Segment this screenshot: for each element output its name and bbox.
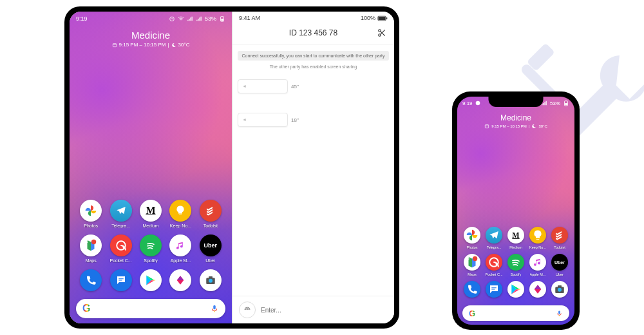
svg-rect-16 xyxy=(386,17,387,19)
widget-temp: 30°C xyxy=(538,124,547,128)
dock-app-camera[interactable] xyxy=(549,281,571,298)
app-photos[interactable]: Photos xyxy=(76,200,106,228)
dock-app-unknown[interactable] xyxy=(166,269,195,291)
app-pocketcasts[interactable]: Pocket C... xyxy=(106,235,135,263)
battery-icon xyxy=(219,15,225,22)
dock-app-play[interactable] xyxy=(136,269,166,291)
dock-app-phone[interactable] xyxy=(76,269,106,291)
phone-homescreen[interactable]: 9:19 53% Medicine 9:15 PM – 10:15 PM | 3… xyxy=(457,97,574,325)
voice-record-button[interactable] xyxy=(239,302,256,318)
tablet-left-homescreen[interactable]: 9:19 53% Medicine 9:15 PM – 10:15 PM xyxy=(70,12,232,323)
dock-app-unknown[interactable] xyxy=(527,281,549,298)
phone-device: 9:19 53% Medicine 9:15 PM – 10:15 PM | 3… xyxy=(452,91,580,330)
voice-message[interactable]: 18'' xyxy=(238,113,389,127)
app-label: Medium xyxy=(509,245,522,249)
voice-bubble[interactable] xyxy=(238,79,288,93)
dock-app-phone[interactable] xyxy=(461,281,483,298)
chat-note: The other party has enabled screen shari… xyxy=(238,64,389,69)
app-applemusic[interactable]: Apple M... xyxy=(527,254,549,276)
mic-icon[interactable] xyxy=(210,304,219,313)
google-search-bar[interactable]: G xyxy=(462,305,569,321)
signal-icon-2 xyxy=(196,15,202,22)
svg-text:G: G xyxy=(86,240,88,244)
calendar-widget[interactable]: Medicine 9:15 PM – 10:15 PM | 30°C xyxy=(70,30,232,48)
medium-icon: M xyxy=(507,227,524,244)
svg-rect-13 xyxy=(213,305,216,309)
pocketcasts-icon xyxy=(110,235,132,256)
dock-app-play[interactable] xyxy=(505,281,527,298)
app-label: Pocket C... xyxy=(486,273,503,276)
status-time: 9:19 xyxy=(76,15,88,22)
google-logo-icon: G xyxy=(469,309,475,318)
play-icon xyxy=(507,281,524,298)
app-grid: PhotosTelegra...MMediumKeep No...Todoist… xyxy=(457,227,574,298)
app-label: Maps xyxy=(468,273,476,276)
mic-icon[interactable] xyxy=(556,310,563,317)
calendar-icon xyxy=(484,124,489,129)
dock-app-messages[interactable] xyxy=(483,281,505,298)
widget-time-range: 9:15 PM – 10:15 PM xyxy=(491,124,527,128)
app-maps[interactable]: GMaps xyxy=(76,235,106,263)
moon-icon xyxy=(531,124,536,129)
calendar-widget[interactable]: Medicine 9:15 PM – 10:15 PM | 30°C xyxy=(457,113,574,129)
app-pocketcasts[interactable]: Pocket C... xyxy=(483,254,505,276)
app-spotify[interactable]: Spotify xyxy=(136,235,166,263)
svg-rect-28 xyxy=(558,285,562,287)
app-applemusic[interactable]: Apple M... xyxy=(166,235,195,263)
app-label: Uber xyxy=(556,273,564,276)
app-telegram[interactable]: Telegra... xyxy=(106,200,135,228)
dock-app-camera[interactable] xyxy=(196,269,225,291)
app-todoist[interactable]: Todoist xyxy=(196,200,225,228)
app-uber[interactable]: UberUber xyxy=(196,235,225,263)
svg-rect-21 xyxy=(565,103,567,105)
camera-icon xyxy=(551,281,568,298)
svg-point-19 xyxy=(475,101,480,106)
app-todoist[interactable]: Todoist xyxy=(549,227,571,249)
app-keep[interactable]: Keep No... xyxy=(166,200,195,228)
app-label: Uber xyxy=(205,258,215,263)
google-search-bar[interactable]: G xyxy=(76,299,225,318)
dock-app-messages[interactable] xyxy=(106,269,135,291)
scissors-icon[interactable] xyxy=(377,28,386,40)
app-label: Maps xyxy=(86,258,97,263)
svg-rect-12 xyxy=(209,276,213,278)
camera-icon xyxy=(200,269,222,291)
voice-duration: 18'' xyxy=(291,117,299,123)
wifi-icon xyxy=(178,15,184,22)
app-spotify[interactable]: Spotify xyxy=(505,254,527,276)
app-photos[interactable]: Photos xyxy=(461,227,483,249)
app-label: Apple M... xyxy=(171,258,191,263)
app-medium[interactable]: MMedium xyxy=(136,200,166,228)
phone-notch xyxy=(489,97,544,107)
app-uber[interactable]: UberUber xyxy=(549,254,571,276)
play-icon xyxy=(140,269,162,291)
app-label: Telegra... xyxy=(111,224,130,228)
app-label: Pocket C... xyxy=(109,258,131,263)
telegram-status-icon xyxy=(475,100,480,106)
voice-message[interactable]: 45'' xyxy=(238,79,389,93)
chat-input[interactable] xyxy=(261,307,388,314)
app-medium[interactable]: MMedium xyxy=(505,227,527,249)
signal-icon xyxy=(187,15,193,22)
app-maps[interactable]: GMaps xyxy=(461,254,483,276)
app-label: Spotify xyxy=(511,273,522,276)
app-label: Apple M... xyxy=(530,273,546,276)
tablet-right-chat-panel: 9:41 AM 100% ID 123 456 78 Connect succe… xyxy=(232,12,394,323)
maps-icon: G xyxy=(464,254,480,271)
messages-icon xyxy=(486,281,502,298)
voice-bubble[interactable] xyxy=(238,113,288,127)
app-label: Medium xyxy=(143,224,159,228)
svg-text:G: G xyxy=(467,256,469,260)
ipad-status-battery: 100% xyxy=(361,15,375,21)
svg-rect-6 xyxy=(113,43,116,46)
phone-icon xyxy=(80,269,102,291)
ipad-status-time: 9:41 AM xyxy=(239,15,260,21)
app-grid: PhotosTelegra...MMediumKeep No...Todoist… xyxy=(70,200,232,291)
app-label: Photos xyxy=(466,245,477,249)
svg-rect-22 xyxy=(485,125,488,128)
widget-temp: 30°C xyxy=(178,42,190,48)
app-keep[interactable]: Keep No... xyxy=(527,227,549,249)
app-telegram[interactable]: Telegra... xyxy=(483,227,505,249)
keep-icon xyxy=(169,200,191,222)
svg-point-27 xyxy=(558,288,562,292)
